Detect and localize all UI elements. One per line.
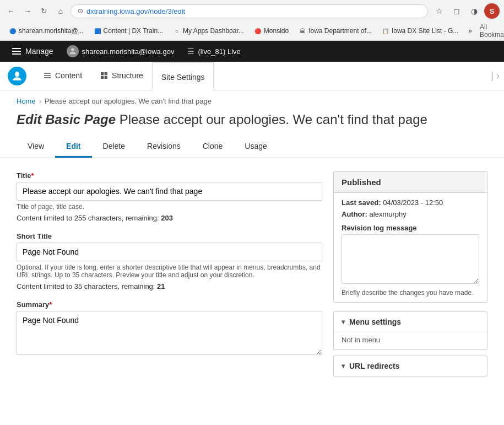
admin-bar: Manage sharean.morishita@iowa.gov ☰ (liv… bbox=[0, 41, 504, 62]
tab-view[interactable]: View bbox=[17, 136, 55, 158]
author: Author: alexmurphy bbox=[342, 210, 479, 218]
bookmark-label: Content | DX Train... bbox=[104, 27, 164, 35]
title-input[interactable] bbox=[17, 182, 322, 201]
manage-label: Manage bbox=[25, 47, 53, 56]
short-title-input[interactable] bbox=[17, 243, 322, 261]
site-settings-label: Site Settings bbox=[161, 73, 205, 82]
tab-revisions[interactable]: Revisions bbox=[136, 136, 192, 158]
page-title-text: Please accept our apologies. We can't fi… bbox=[116, 112, 427, 127]
bookmark-favicon: 🔵 bbox=[9, 27, 17, 35]
bookmark-favicon: 📋 bbox=[382, 27, 389, 35]
forward-button[interactable]: → bbox=[21, 4, 34, 18]
short-title-hint: Optional. If your title is long, enter a… bbox=[17, 263, 322, 279]
bookmark-item[interactable]: 🔴 Monsido bbox=[250, 25, 293, 36]
home-button[interactable]: ⌂ bbox=[54, 4, 67, 18]
env-icon: ☰ bbox=[187, 47, 194, 56]
tab-usage[interactable]: Usage bbox=[234, 136, 278, 158]
svg-point-0 bbox=[15, 71, 19, 77]
browser-nav: ← → ↻ ⌂ ⊙ dxtraining.iowa.gov/node/3/edi… bbox=[0, 0, 504, 22]
bookmark-label: Iowa Department of... bbox=[308, 27, 372, 35]
bookmark-item[interactable]: 📋 Iowa DX Site List - G... bbox=[377, 25, 463, 36]
back-button[interactable]: ← bbox=[4, 4, 18, 18]
content-label: Content bbox=[55, 71, 82, 80]
revision-log-label: Revision log message bbox=[342, 224, 479, 232]
env-switcher[interactable]: ☰ (live_81) Live bbox=[181, 41, 247, 62]
env-label: (live_81) Live bbox=[198, 47, 240, 56]
toolbar-structure[interactable]: Structure bbox=[91, 62, 152, 90]
breadcrumb: Home › Please accept our apologies. We c… bbox=[0, 90, 504, 110]
page-title-prefix: Edit Basic Page bbox=[17, 112, 116, 127]
browser-actions: ☆ ◻ ◑ S bbox=[431, 3, 500, 19]
title-required: * bbox=[31, 171, 34, 180]
bookmark-label: sharean.morishita@... bbox=[19, 27, 84, 35]
revision-hint: Briefly describe the changes you have ma… bbox=[342, 289, 479, 297]
menu-settings-label: Menu settings bbox=[349, 318, 401, 326]
bookmark-favicon: ○ bbox=[173, 27, 181, 35]
toolbar-site-settings[interactable]: Site Settings bbox=[152, 62, 214, 91]
main-content: Title* Title of page, title case. Conten… bbox=[0, 158, 504, 395]
short-title-label: Short Title bbox=[17, 232, 322, 240]
title-hint: Title of page, title case. bbox=[17, 203, 322, 211]
last-saved: Last saved: 04/03/2023 - 12:50 bbox=[342, 198, 479, 207]
drupal-toolbar: Content Structure Site Settings | › bbox=[0, 62, 504, 90]
drupal-logo[interactable] bbox=[0, 62, 34, 90]
bookmark-item[interactable]: 🏛 Iowa Department of... bbox=[294, 25, 376, 36]
form-section: Title* Title of page, title case. Conten… bbox=[17, 171, 322, 382]
breadcrumb-separator: › bbox=[39, 97, 41, 105]
extensions-button[interactable]: ◻ bbox=[449, 3, 464, 19]
bookmark-label: Iowa DX Site List - G... bbox=[392, 27, 458, 35]
manage-menu[interactable]: Manage bbox=[6, 41, 60, 62]
summary-label: Summary* bbox=[17, 300, 322, 309]
tab-edit[interactable]: Edit bbox=[55, 136, 91, 158]
hamburger-icon bbox=[12, 48, 21, 55]
short-title-group: Short Title Optional. If your title is l… bbox=[17, 232, 322, 290]
breadcrumb-home[interactable]: Home bbox=[17, 97, 36, 105]
tab-delete[interactable]: Delete bbox=[92, 136, 136, 158]
browser-chrome: ← → ↻ ⌂ ⊙ dxtraining.iowa.gov/node/3/edi… bbox=[0, 0, 504, 41]
bookmark-favicon: 🔴 bbox=[254, 27, 262, 35]
revision-log-input[interactable] bbox=[342, 234, 479, 284]
toolbar-collapse[interactable]: | › bbox=[491, 62, 504, 90]
url-redirects-toggle[interactable]: ▾ URL redirects bbox=[334, 356, 487, 376]
drupal-logo-icon bbox=[8, 67, 26, 85]
address-icon: ⊙ bbox=[78, 7, 83, 15]
title-group: Title* Title of page, title case. Conten… bbox=[17, 171, 322, 222]
tab-clone[interactable]: Clone bbox=[192, 136, 234, 158]
summary-input[interactable] bbox=[17, 311, 322, 355]
toolbar-content[interactable]: Content bbox=[34, 62, 91, 90]
all-bookmarks[interactable]: All Bookmar... bbox=[480, 23, 504, 39]
title-count: Content limited to 255 characters, remai… bbox=[17, 214, 322, 222]
page-title: Edit Basic Page Please accept our apolog… bbox=[0, 110, 504, 136]
bookmark-favicon: 🟦 bbox=[94, 27, 101, 35]
short-title-count: Content limited to 35 characters, remain… bbox=[17, 282, 322, 290]
address-bar[interactable]: ⊙ dxtraining.iowa.gov/node/3/edit bbox=[71, 4, 428, 18]
admin-username: sharean.morishita@iowa.gov bbox=[82, 47, 175, 56]
structure-label: Structure bbox=[112, 71, 143, 80]
content-tabs: View Edit Delete Revisions Clone Usage bbox=[0, 136, 504, 158]
revision-log-group: Revision log message Briefly describe th… bbox=[342, 224, 479, 297]
summary-group: Summary* bbox=[17, 300, 322, 357]
bookmark-label: My Apps Dashboar... bbox=[183, 27, 244, 35]
bookmark-label: Monsido bbox=[264, 27, 289, 35]
bookmark-favicon: 🏛 bbox=[299, 27, 306, 35]
user-icon bbox=[67, 45, 79, 57]
url-redirects-box: ▾ URL redirects bbox=[333, 356, 487, 376]
bookmark-more[interactable]: » bbox=[464, 25, 476, 36]
published-header: Published bbox=[334, 172, 487, 193]
profile-button[interactable]: ◑ bbox=[467, 3, 482, 19]
bookmarks-bar: 🔵 sharean.morishita@... 🟦 Content | DX T… bbox=[0, 22, 504, 40]
bookmark-button[interactable]: ☆ bbox=[431, 3, 447, 19]
admin-user-menu[interactable]: sharean.morishita@iowa.gov bbox=[60, 41, 181, 62]
bookmark-item[interactable]: ○ My Apps Dashboar... bbox=[169, 25, 248, 36]
address-text: dxtraining.iowa.gov/node/3/edit bbox=[86, 7, 421, 15]
sidebar: Published Last saved: 04/03/2023 - 12:50… bbox=[333, 171, 487, 382]
refresh-button[interactable]: ↻ bbox=[37, 4, 51, 18]
summary-required: * bbox=[49, 300, 52, 309]
menu-settings-box: ▾ Menu settings Not in menu bbox=[333, 311, 487, 350]
breadcrumb-current: Please accept our apologies. We can't fi… bbox=[45, 97, 212, 105]
menu-settings-toggle[interactable]: ▾ Menu settings bbox=[334, 312, 487, 332]
bookmark-item[interactable]: 🔵 sharean.morishita@... bbox=[4, 25, 88, 36]
user-avatar[interactable]: S bbox=[484, 3, 500, 19]
published-box: Published Last saved: 04/03/2023 - 12:50… bbox=[333, 171, 487, 303]
bookmark-item[interactable]: 🟦 Content | DX Train... bbox=[89, 25, 168, 36]
